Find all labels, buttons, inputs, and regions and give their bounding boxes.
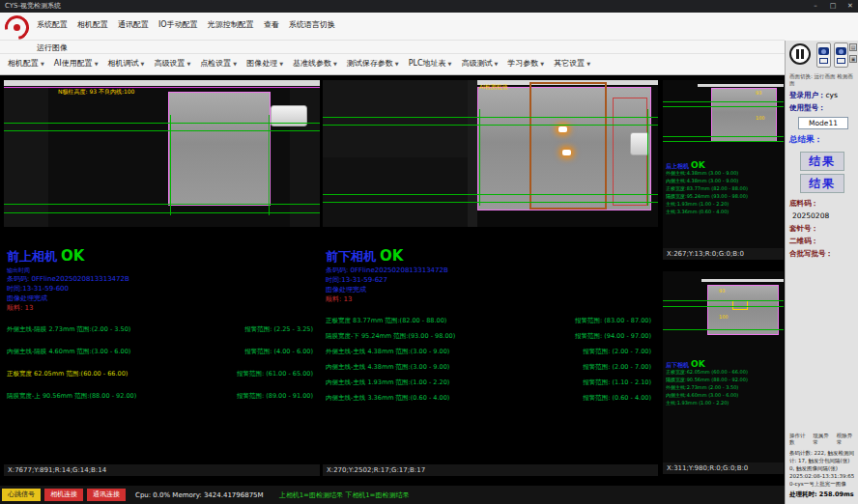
stats-line: 2025:02:08-13:31:39:65: [789, 472, 854, 480]
status-bar: 心跳信号 相机连接 通讯连接 Cpu: 0.0% Memory: 3424.41…: [0, 486, 785, 504]
preview-measurement-list: 正极宽度:62.05mm (60.00 - 66.00) 隔膜宽度:90.56m…: [666, 368, 780, 406]
measurement-line: [323, 125, 658, 126]
status-ok: OK: [380, 247, 403, 265]
settings-mini-icon[interactable]: ▤: [849, 43, 857, 51]
tab-run-image[interactable]: 运行图像: [37, 42, 68, 53]
toolbar-spot-check[interactable]: 点检设置▼: [200, 58, 237, 69]
output-time-label: 输出时间: [7, 266, 313, 274]
divider: [0, 40, 785, 41]
stats-line: 条码计数: 222, 触发检测间隔: [789, 449, 854, 457]
merge-batch-label: 合批写批号：: [789, 249, 833, 258]
inspected-part: [711, 88, 777, 142]
measurement-line-text: 内侧主线:4.60mm (3.00 - 6.00): [666, 391, 780, 399]
lock-mini-icon[interactable]: ▣: [849, 55, 857, 63]
model-select[interactable]: Mode11: [798, 117, 848, 129]
preview-image-rear-upper[interactable]: 93 100 后上相机OK 外侧主线:4.38mm (3.00 - 9.00) …: [663, 80, 784, 248]
material-text: 顺料: 13: [7, 303, 313, 313]
measurement-row: 正极宽度 83.77mm 范围:(82.00 - 88.00)报警范围: (83…: [326, 317, 651, 325]
pause-button[interactable]: [789, 43, 811, 65]
menu-item-io-manual[interactable]: IO手动配置: [158, 19, 198, 30]
menu-item-camera-config[interactable]: 相机配置: [77, 19, 108, 30]
title-bar: CYS-视觉检测系统 – □ ✕: [0, 0, 858, 13]
toolbar-ai-config[interactable]: AI使用配置▼: [54, 58, 99, 69]
measurement-line: [269, 115, 270, 215]
model-label: 使用型号：: [789, 103, 826, 112]
overlay-label: 100: [719, 314, 729, 320]
toolbar-image-process[interactable]: 图像处理▼: [246, 58, 283, 69]
minimize-button[interactable]: –: [811, 0, 820, 13]
material-text: 顺料: 13: [326, 294, 651, 304]
pixel-coords-readout: X:311;Y:980;R:0;G:0;B:0: [663, 462, 784, 474]
measurement-line: [663, 306, 784, 307]
maximize-button[interactable]: □: [828, 0, 838, 13]
inspected-part: [168, 92, 271, 206]
measurement-line-text: 外侧主线:2.73mm (2.00 - 3.50): [666, 383, 780, 391]
preview-image-rear-lower[interactable]: 93 100 后下相机OK 正极宽度:62.05mm (60.00 - 66.0…: [663, 271, 784, 462]
measurement-line: [663, 101, 784, 102]
stats-line: 0, 触发图像间隔(张): [789, 464, 854, 472]
toolbar-camera-config[interactable]: 相机配置▼: [8, 58, 44, 69]
measurement-row: 内侧主线-隔膜 4.60mm 范围:(3.00 - 6.00)报警范围: (4.…: [7, 348, 313, 356]
toolbar-learn-params[interactable]: 学习参数▼: [507, 58, 544, 69]
measurement-line-text: 内侧主线:4.38mm (3.00 - 9.00): [666, 177, 780, 184]
camera-result-readout: 上相机1=图检测结果 下相机1=图检测结果: [279, 490, 410, 500]
chevron-down-icon: ▼: [448, 61, 452, 67]
camera-live-button[interactable]: [834, 42, 848, 68]
app-logo: [5, 15, 30, 41]
menu-item-light-control[interactable]: 光源控制配置: [208, 19, 254, 30]
camera-icon: [836, 47, 846, 55]
camera-image-front-upper[interactable]: N极柱高度: 93 不良内线:100: [4, 80, 320, 227]
measurement-value: 外侧主线-主线 4.38mm 范围:(3.00 - 9.00): [326, 348, 449, 356]
measurement-line-text: 主线:1.93mm (1.00 - 2.20): [666, 200, 780, 208]
total-result-row: 总结果：: [789, 134, 854, 146]
toolbar-test-save-params[interactable]: 测试保存参数▼: [347, 58, 399, 69]
stats-header-op-count[interactable]: 操作计数: [789, 433, 807, 446]
batch-code-row: 底料码：: [789, 199, 854, 209]
qr-label: 二维码：: [789, 237, 818, 245]
toolbar-camera-debug[interactable]: 相机调试▼: [108, 58, 145, 69]
sidebar-note: 画面切换: 运行画面 检测画面: [789, 73, 854, 87]
chevron-down-icon: ▼: [41, 61, 44, 67]
camera-image-front-lower[interactable]: AI检测框值: [323, 80, 658, 227]
measurement-line: [170, 115, 171, 215]
barcode-text: 条码码: 0FFline2025020813313472B: [7, 274, 313, 284]
stats-header-clear-abnormal[interactable]: 根除异常: [837, 433, 854, 446]
measurement-line: [663, 106, 784, 107]
alarm-range: 报警范围: (1.10 - 2.10): [583, 378, 651, 387]
window-title: CYS-视觉检测系统: [5, 2, 61, 10]
batch-code-label: 底料码：: [789, 199, 818, 208]
camera-connection-badge: 相机连接: [44, 489, 83, 501]
toolbar-plc-table[interactable]: PLC地址表▼: [409, 58, 452, 69]
measurement-line: [323, 202, 658, 203]
toolbar-baseline-params[interactable]: 基准线参数▼: [293, 58, 337, 69]
chevron-down-icon: ▼: [494, 61, 498, 67]
stats-header-current-abnormal[interactable]: 现属异常: [813, 433, 830, 446]
measurement-line: [663, 300, 784, 301]
chevron-down-icon: ▼: [395, 61, 399, 67]
result-block-front-upper: 前上相机OK 输出时间 条码码: 0FFline2025020813313472…: [7, 246, 313, 414]
alarm-range: 报警范围: (61.00 - 65.00): [237, 370, 313, 378]
measurement-list: 外侧主线-隔膜 2.73mm 范围:(2.00 - 3.50)报警范围: (2.…: [7, 325, 313, 401]
machine-structure: [4, 88, 48, 227]
alarm-range: 报警范围: (89.00 - 91.00): [237, 392, 313, 401]
result-box-lower: 结果: [800, 174, 844, 193]
qr-row: 二维码：: [789, 237, 854, 246]
toolbar-advanced-test[interactable]: 高级测试▼: [461, 58, 498, 69]
toolbar-advanced-settings[interactable]: 高级设置▼: [154, 58, 190, 69]
menu-item-language[interactable]: 系统语言切换: [289, 19, 335, 30]
model-row: 使用型号：: [789, 103, 854, 113]
pixel-coords-readout: X:7677;Y:891;R:14;G:14;B:14: [4, 464, 320, 476]
menu-item-system-config[interactable]: 系统配置: [37, 19, 68, 30]
measurement-line-text: 隔膜宽度:90.56mm (88.00 - 92.00): [666, 376, 780, 383]
alarm-range: 报警范围: (0.60 - 4.00): [583, 394, 651, 403]
camera-snapshot-button[interactable]: [816, 42, 831, 68]
time-text: 时间:13-31-59-627: [326, 275, 651, 285]
menu-item-comm-config[interactable]: 通讯配置: [118, 19, 149, 30]
toolbar-other-settings[interactable]: 其它设置▼: [554, 58, 590, 69]
close-button[interactable]: ✕: [845, 0, 855, 13]
logo-dot-icon: [14, 24, 20, 31]
measurement-row: 外侧主线-主线 4.38mm 范围:(3.00 - 9.00)报警范围: (2.…: [326, 348, 651, 356]
alarm-range: 报警范围: (2.25 - 3.25): [244, 325, 313, 334]
login-user-label: 登录用户：: [789, 91, 826, 99]
menu-item-view[interactable]: 查看: [264, 19, 279, 30]
